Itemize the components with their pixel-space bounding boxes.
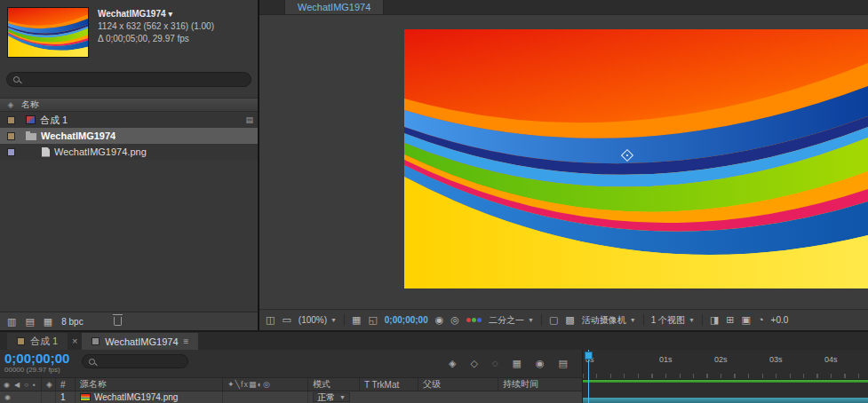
- show-snapshot-icon[interactable]: ◎: [450, 315, 459, 325]
- snapshot-icon[interactable]: ◉: [435, 315, 444, 325]
- playhead-handle[interactable]: [585, 352, 593, 360]
- timeline-tab-comp1[interactable]: 合成 1: [7, 333, 68, 350]
- timeline-search[interactable]: [82, 354, 188, 368]
- timeline-toolbar: 0;00;00;00 00000 (29.97 fps) ◈ ◇ ◌ ▦ ◉ ▤: [0, 350, 582, 377]
- screen-icon[interactable]: ▭: [282, 315, 291, 325]
- graph-editor-icon[interactable]: ▤: [559, 358, 568, 369]
- pixel-aspect-icon[interactable]: ▣: [742, 315, 751, 325]
- frame-blend-icon[interactable]: ▦: [513, 358, 522, 369]
- label-chip[interactable]: [7, 116, 15, 124]
- timeline-search-input[interactable]: [100, 356, 227, 367]
- new-folder-icon[interactable]: ▤: [25, 317, 34, 327]
- shy-icon[interactable]: ◌: [492, 358, 498, 369]
- label-column-icon: ◈: [46, 380, 52, 389]
- color-depth-button[interactable]: 8 bpc: [61, 317, 83, 327]
- preview-timecode[interactable]: 0;00;00;00: [385, 315, 428, 325]
- chevron-down-icon: ▼: [330, 317, 337, 323]
- ruler-ticks: [583, 374, 868, 378]
- project-search-input[interactable]: [25, 74, 244, 85]
- composition-image[interactable]: [404, 29, 868, 288]
- folder-icon: [26, 133, 36, 140]
- view-count-dropdown[interactable]: 1 个视图 ▼: [651, 314, 695, 327]
- ruler-label: 03s: [769, 355, 783, 364]
- project-search[interactable]: [6, 72, 251, 87]
- chevron-down-icon: ▼: [339, 394, 346, 400]
- draft-3d-icon[interactable]: ◇: [471, 358, 478, 369]
- ruler-grid-icon[interactable]: ⊞: [726, 315, 734, 325]
- item-label: WechatIMG1974: [41, 130, 115, 141]
- resolution-dropdown[interactable]: 二分之一 ▼: [489, 314, 534, 327]
- viewer-tab[interactable]: WechatIMG1974: [284, 0, 384, 14]
- fast-preview-icon[interactable]: ◔: [758, 315, 764, 325]
- eye-icon[interactable]: ◉: [4, 381, 10, 389]
- current-timecode[interactable]: 0;00;00;00: [4, 351, 76, 366]
- top-panels: WechatIMG1974 ▾ 1124 x 632 (562 x 316) (…: [0, 0, 868, 330]
- region-of-interest-icon[interactable]: ▢: [549, 315, 558, 325]
- solo-icon[interactable]: ○: [24, 381, 28, 389]
- mini-flowchart-icon[interactable]: ◈: [449, 358, 456, 369]
- footage-title: WechatIMG1974 ▾: [98, 8, 214, 20]
- exposure-readout[interactable]: +0.0: [771, 315, 789, 325]
- viewer-tab-strip: WechatIMG1974: [259, 0, 868, 15]
- mask-visibility-icon[interactable]: ◱: [368, 315, 377, 325]
- magnification-dropdown[interactable]: (100%) ▼: [299, 315, 337, 325]
- duration-column-header[interactable]: 持续时间: [498, 378, 582, 391]
- png-file-icon: [42, 147, 50, 157]
- view-layout-icon[interactable]: ◫: [266, 315, 275, 325]
- footage-duration: Δ 0;00;05;00, 29.97 fps: [98, 33, 214, 45]
- grid-guides-icon[interactable]: ▦: [352, 315, 361, 325]
- ruler-label: 01s: [659, 355, 673, 364]
- name-column-header[interactable]: 名称: [21, 99, 39, 111]
- search-icon: [89, 359, 95, 365]
- motion-blur-icon[interactable]: ◉: [536, 358, 545, 369]
- layer-number-header[interactable]: #: [55, 378, 75, 391]
- label-chip[interactable]: [7, 148, 15, 156]
- timeline-tab-wechatimg1974[interactable]: WechatIMG1974 ≡: [82, 333, 198, 350]
- switches-header[interactable]: ✦╲fx▦◐◎: [222, 378, 307, 391]
- project-row-folder-selected[interactable]: WechatIMG1974: [0, 128, 258, 144]
- blend-mode-dropdown[interactable]: 正常 ▼: [313, 392, 350, 402]
- project-row-composition[interactable]: 合成 1 ▤: [0, 112, 258, 128]
- label-column-header[interactable]: ◈: [41, 378, 55, 391]
- chevron-down-icon[interactable]: ▾: [168, 9, 172, 19]
- layer-track-lanes[interactable]: [583, 383, 868, 398]
- show-channel-icon[interactable]: [466, 318, 482, 322]
- panel-menu-icon[interactable]: ≡: [184, 336, 189, 346]
- mode-column-header[interactable]: 模式: [307, 378, 359, 391]
- audio-icon[interactable]: ◀: [14, 381, 20, 389]
- project-item-list: 合成 1 ▤ WechatIMG1974 WechatIMG1974.png: [0, 112, 258, 160]
- eye-icon[interactable]: ◉: [4, 393, 11, 401]
- transparency-grid-icon[interactable]: ▩: [565, 315, 574, 325]
- delete-icon[interactable]: [114, 317, 122, 326]
- time-ruler[interactable]: 0s 01s 02s 03s 04s: [583, 350, 868, 380]
- project-footer-toolbar: ▥ ▤ ▦ 8 bpc: [0, 312, 258, 330]
- layer-thumbnail: [80, 393, 91, 401]
- share-view-icon[interactable]: ◨: [710, 315, 719, 325]
- label-column-icon[interactable]: ◈: [0, 100, 21, 109]
- footage-thumbnail[interactable]: [7, 7, 89, 58]
- close-icon[interactable]: ×: [68, 336, 82, 346]
- timeline-track-area: 0s 01s 02s 03s 04s: [582, 350, 868, 403]
- trkmat-column-header[interactable]: T TrkMat: [359, 378, 418, 391]
- new-composition-icon[interactable]: ▦: [44, 317, 52, 327]
- layer-row[interactable]: ◉ 1 WechatIMG1974.png 正常 ▼: [0, 391, 582, 403]
- timeline-tab-strip: 合成 1 × WechatIMG1974 ≡: [0, 332, 868, 350]
- project-row-footage[interactable]: WechatIMG1974.png: [0, 144, 258, 160]
- label-chip: [17, 337, 25, 345]
- timeline-left-pane: 0;00;00;00 00000 (29.97 fps) ◈ ◇ ◌ ▦ ◉ ▤: [0, 350, 582, 403]
- after-effects-window: WechatIMG1974 ▾ 1124 x 632 (562 x 316) (…: [0, 0, 868, 403]
- time-navigator-bar[interactable]: [583, 398, 868, 403]
- timeline-toggle-icons: ◈ ◇ ◌ ▦ ◉ ▤: [449, 358, 568, 369]
- lock-icon[interactable]: ▪: [33, 381, 36, 389]
- camera-view-dropdown[interactable]: 活动摄像机 ▼: [582, 314, 636, 327]
- composition-stage[interactable]: [259, 15, 868, 309]
- parent-column-header[interactable]: 父级: [418, 378, 498, 391]
- project-item-preview: WechatIMG1974 ▾ 1124 x 632 (562 x 316) (…: [0, 0, 258, 59]
- chevron-down-icon: ▼: [630, 317, 636, 323]
- label-chip[interactable]: [7, 132, 15, 140]
- layer-name[interactable]: WechatIMG1974.png: [94, 392, 178, 402]
- interpret-footage-icon[interactable]: ▥: [7, 317, 16, 327]
- label-chip: [92, 337, 100, 345]
- ruler-label: 04s: [824, 355, 838, 364]
- source-name-header[interactable]: 源名称: [75, 378, 222, 391]
